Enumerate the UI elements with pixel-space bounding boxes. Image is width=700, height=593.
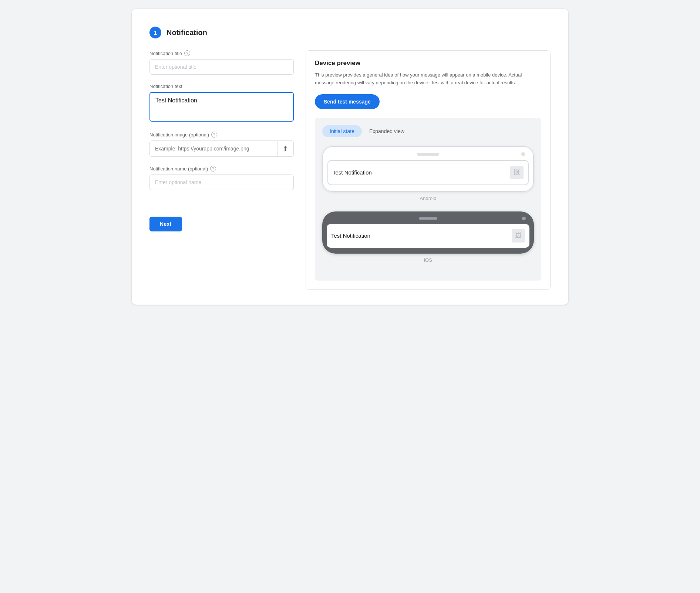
notification-title-help-icon[interactable]: ? — [184, 50, 190, 56]
right-panel: Device preview This preview provides a g… — [306, 50, 551, 290]
left-panel: Notification title ? Notification text N… — [149, 50, 294, 290]
ios-notification-image-placeholder: 🖼 — [512, 229, 525, 243]
notification-name-help-icon[interactable]: ? — [210, 166, 216, 172]
android-camera-icon — [521, 152, 525, 156]
device-preview-title: Device preview — [315, 60, 541, 67]
content-area: Notification title ? Notification text N… — [149, 50, 551, 290]
preview-tabs: Initial state Expanded view — [322, 125, 534, 137]
notification-text-input[interactable] — [149, 92, 294, 122]
notification-title-input[interactable] — [149, 59, 294, 75]
step-title: Notification — [166, 28, 207, 37]
android-notification-card: Test Notification 🖼 — [327, 160, 529, 185]
notification-title-group: Notification title ? — [149, 50, 294, 75]
android-device-section: Test Notification 🖼 Android — [322, 146, 534, 201]
upload-image-button[interactable]: ⬆ — [277, 141, 293, 156]
notification-image-input[interactable] — [150, 141, 277, 156]
android-notification-text: Test Notification — [333, 169, 372, 176]
ios-pill — [419, 217, 437, 220]
next-button[interactable]: Next — [149, 217, 182, 231]
ios-label: iOS — [322, 257, 534, 263]
android-notification-image-placeholder: 🖼 — [510, 166, 524, 179]
ios-notification-text: Test Notification — [331, 233, 370, 239]
notification-image-help-icon[interactable]: ? — [211, 132, 217, 138]
notification-text-group: Notification text — [149, 84, 294, 123]
ios-image-icon: 🖼 — [515, 232, 522, 240]
ios-device-section: Test Notification 🖼 iOS — [322, 211, 534, 263]
android-top-bar — [327, 153, 529, 156]
send-test-message-button[interactable]: Send test message — [315, 94, 380, 109]
main-card: 1 Notification Notification title ? Noti… — [132, 9, 568, 305]
android-pill — [417, 153, 439, 156]
upload-icon: ⬆ — [283, 145, 288, 153]
step-header: 1 Notification — [149, 27, 551, 38]
notification-name-group: Notification name (optional) ? — [149, 166, 294, 190]
ios-device: Test Notification 🖼 — [322, 211, 534, 254]
notification-text-label: Notification text — [149, 84, 294, 89]
notification-name-label: Notification name (optional) ? — [149, 166, 294, 172]
ios-notch-bar — [327, 217, 529, 220]
notification-name-input[interactable] — [149, 174, 294, 190]
android-image-icon: 🖼 — [514, 169, 520, 176]
android-label: Android — [322, 196, 534, 201]
step-badge: 1 — [149, 27, 161, 38]
android-device: Test Notification 🖼 — [322, 146, 534, 192]
notification-image-label: Notification image (optional) ? — [149, 132, 294, 138]
tab-expanded-view[interactable]: Expanded view — [362, 125, 412, 137]
notification-image-group: Notification image (optional) ? ⬆ — [149, 132, 294, 157]
notification-image-wrapper: ⬆ — [149, 140, 294, 157]
device-preview-description: This preview provides a general idea of … — [315, 71, 541, 87]
preview-area: Initial state Expanded view Test Notific… — [315, 118, 541, 281]
ios-camera-icon — [522, 217, 526, 220]
next-button-wrapper: Next — [149, 199, 294, 231]
notification-title-label: Notification title ? — [149, 50, 294, 56]
tab-initial-state[interactable]: Initial state — [322, 125, 362, 137]
ios-notification-card: Test Notification 🖼 — [327, 224, 529, 248]
